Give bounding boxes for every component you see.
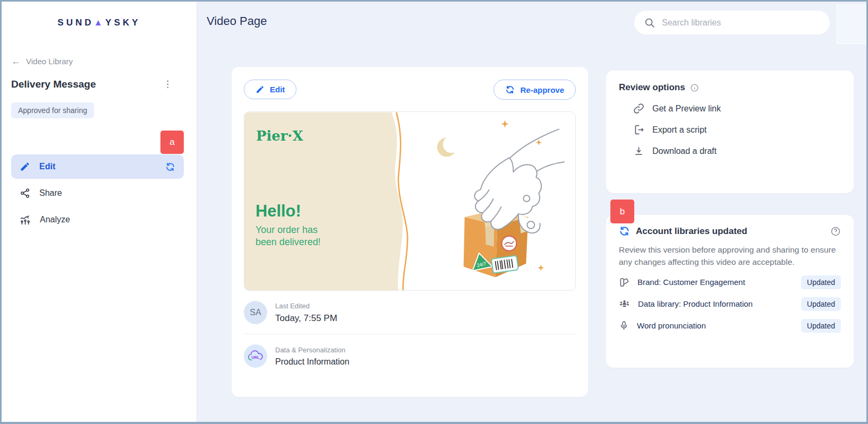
last-edited-row: SA Last Edited Today, 7:55 PM (244, 301, 576, 324)
account-updates-card: Account libraries updated Review this ve… (606, 215, 854, 368)
analyze-icon (20, 214, 31, 226)
sidebar: SUND▲YSKY ← Video Library Delivery Messa… (2, 2, 197, 422)
update-row-brand: Brand: Customer Engagement Updated (619, 274, 841, 290)
link-icon (633, 103, 644, 114)
sidebar-item-analyze[interactable]: Analyze (11, 207, 184, 232)
app-window: SUND▲YSKY ← Video Library Delivery Messa… (0, 0, 868, 424)
back-label: Video Library (26, 57, 73, 66)
annotation-b-badge: b (610, 200, 634, 223)
share-icon (20, 188, 30, 198)
search-icon (644, 17, 656, 29)
search-input[interactable] (662, 18, 820, 28)
back-to-video-library[interactable]: ← Video Library (11, 56, 73, 66)
logo-triangle-icon: ▲ (94, 18, 106, 28)
url-cloud-icon: URL (244, 344, 267, 368)
sidebar-item-edit[interactable]: Edit (11, 154, 184, 179)
main-area: Video Page Edit Re-approve (198, 2, 866, 422)
sidebar-item-label: Share (39, 188, 62, 198)
partial-panel (837, 5, 867, 44)
update-row-data-library: Data library: Product Information Update… (619, 296, 841, 312)
search-bar[interactable] (634, 11, 830, 34)
edit-button[interactable]: Edit (244, 80, 296, 99)
data-library-icon (619, 298, 630, 309)
sync-icon (165, 162, 175, 172)
pencil-icon (256, 85, 265, 94)
data-personalization-label: Data & Personalization (275, 346, 350, 354)
thumbnail-subline2: been delivered! (256, 237, 321, 247)
download-draft[interactable]: Download a draft (633, 145, 841, 157)
logo-text-post: YSKY (105, 18, 140, 28)
updated-badge: Updated (801, 319, 841, 333)
thumbnail-subline1: Your order has (256, 224, 318, 235)
microphone-icon (619, 321, 629, 331)
logo-text-pre: SUND (57, 18, 93, 28)
edit-button-label: Edit (270, 85, 285, 94)
info-icon[interactable] (690, 83, 699, 92)
review-item-label: Export a script (652, 125, 707, 135)
video-title: Delivery Message (11, 79, 96, 90)
updated-badge: Updated (801, 275, 841, 289)
updated-badge: Updated (801, 297, 841, 311)
sidebar-menu: Edit Share Analyze (11, 154, 184, 234)
reapprove-button-label: Re-approve (520, 85, 564, 94)
account-updates-title: Account libraries updated (636, 226, 824, 237)
approval-status-badge: Approved for sharing (11, 102, 94, 118)
video-page-card: Edit Re-approve Pier·X Hello! Your o (232, 67, 588, 397)
update-row-label[interactable]: Word pronunciation (637, 321, 793, 330)
help-icon[interactable] (830, 226, 841, 237)
sidebar-item-share[interactable]: Share (11, 181, 184, 205)
page-title: Video Page (207, 14, 267, 28)
url-label: URL (251, 355, 260, 360)
data-library-value: Product Information (275, 357, 350, 367)
review-item-label: Get a Preview link (652, 104, 721, 114)
review-options-card: Review options Get a Preview link Export… (606, 71, 854, 193)
video-title-row: Delivery Message ⋮ (11, 77, 175, 91)
update-row-pronunciation: Word pronunciation Updated (619, 318, 841, 334)
sync-icon (619, 226, 630, 237)
kebab-menu-icon[interactable]: ⋮ (160, 77, 175, 91)
review-options-title: Review options (619, 82, 685, 93)
export-icon (633, 124, 644, 135)
card-actions-row: Edit Re-approve (244, 80, 576, 100)
annotation-a-badge: a (160, 131, 184, 154)
account-updates-description: Review this version before approving and… (619, 244, 841, 269)
brand-icon (619, 277, 629, 288)
avatar: SA (244, 301, 267, 324)
hand-illustration (474, 129, 564, 233)
update-row-label[interactable]: Data library: Product Information (638, 299, 793, 308)
reapprove-button[interactable]: Re-approve (493, 80, 576, 100)
pencil-icon (20, 161, 30, 172)
download-icon (633, 145, 644, 157)
sidebar-item-label: Edit (39, 162, 55, 171)
export-script[interactable]: Export a script (633, 124, 841, 135)
last-edited-label: Last Edited (275, 302, 337, 310)
pierx-logo: Pier·X (256, 128, 303, 144)
divider (244, 334, 576, 334)
thumbnail-headline: Hello! (256, 202, 301, 220)
video-thumbnail[interactable]: Pier·X Hello! Your order has been delive… (244, 111, 576, 291)
last-edited-value: Today, 7:55 PM (275, 313, 337, 324)
review-item-label: Download a draft (652, 146, 717, 156)
data-personalization-row: URL Data & Personalization Product Infor… (244, 344, 576, 368)
sidebar-item-label: Analyze (40, 215, 70, 224)
sundaysky-logo: SUND▲YSKY (2, 18, 197, 28)
refresh-icon (505, 85, 515, 94)
get-preview-link[interactable]: Get a Preview link (633, 103, 841, 114)
delivery-illustration: Pier·X Hello! Your order has been delive… (244, 112, 575, 291)
back-arrow-icon: ← (11, 56, 21, 66)
update-row-label[interactable]: Brand: Customer Engagement (637, 278, 793, 287)
moon-icon (437, 136, 460, 157)
